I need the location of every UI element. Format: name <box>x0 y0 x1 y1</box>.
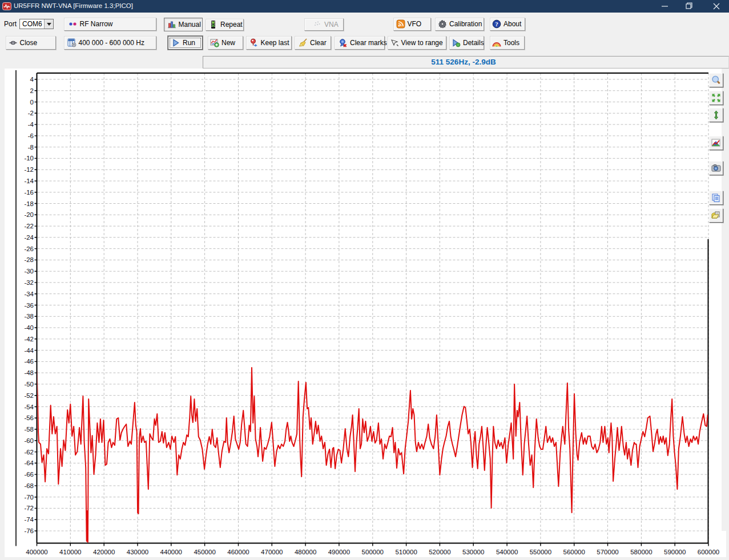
svg-text:-4: -4 <box>28 121 34 128</box>
svg-text:-24: -24 <box>24 234 34 241</box>
svg-text:410000: 410000 <box>59 549 81 555</box>
svg-text:4: 4 <box>30 76 34 83</box>
svg-text:490000: 490000 <box>328 549 350 555</box>
svg-text:570000: 570000 <box>597 549 618 555</box>
svg-text:500000: 500000 <box>362 549 384 555</box>
svg-text:520000: 520000 <box>429 549 450 555</box>
svg-text:-76: -76 <box>24 527 34 534</box>
svg-text:-54: -54 <box>24 404 34 410</box>
svg-text:-50: -50 <box>24 381 34 388</box>
svg-text:-10: -10 <box>24 155 34 162</box>
svg-text:-46: -46 <box>24 358 34 365</box>
svg-text:-22: -22 <box>24 223 34 229</box>
svg-text:560000: 560000 <box>563 549 585 555</box>
svg-text:460000: 460000 <box>227 549 249 555</box>
svg-text:-72: -72 <box>24 505 34 511</box>
svg-text:-2: -2 <box>28 110 34 116</box>
svg-text:-44: -44 <box>24 347 34 354</box>
svg-text:590000: 590000 <box>664 549 686 555</box>
svg-text:430000: 430000 <box>127 549 148 555</box>
svg-text:-42: -42 <box>24 336 34 343</box>
svg-text:-66: -66 <box>24 471 34 478</box>
svg-text:-6: -6 <box>28 132 34 139</box>
svg-text:-20: -20 <box>24 211 34 218</box>
svg-text:-74: -74 <box>24 516 34 523</box>
svg-text:-30: -30 <box>24 268 34 275</box>
svg-text:450000: 450000 <box>194 549 215 555</box>
svg-text:-52: -52 <box>24 392 34 399</box>
svg-text:470000: 470000 <box>261 549 283 555</box>
svg-text:-14: -14 <box>24 178 34 184</box>
svg-text:-56: -56 <box>24 414 34 421</box>
svg-text:440000: 440000 <box>160 549 182 555</box>
svg-text:-36: -36 <box>24 302 34 309</box>
svg-text:-26: -26 <box>24 245 34 252</box>
svg-text:-48: -48 <box>24 369 34 376</box>
svg-text:-62: -62 <box>24 449 34 456</box>
svg-text:510000: 510000 <box>395 549 417 555</box>
svg-text:420000: 420000 <box>93 549 115 555</box>
svg-text:-70: -70 <box>24 494 34 501</box>
svg-text:-16: -16 <box>24 189 34 196</box>
svg-text:-38: -38 <box>24 313 34 320</box>
svg-text:2: 2 <box>30 87 34 94</box>
svg-text:-60: -60 <box>24 437 34 444</box>
svg-text:580000: 580000 <box>630 549 652 555</box>
svg-text:-58: -58 <box>24 426 34 433</box>
svg-text:-18: -18 <box>24 200 34 207</box>
svg-text:-68: -68 <box>24 482 34 489</box>
svg-text:-64: -64 <box>24 460 34 466</box>
svg-text:600000: 600000 <box>698 549 719 555</box>
svg-text:540000: 540000 <box>496 549 518 555</box>
svg-text:400000: 400000 <box>26 549 47 555</box>
svg-text:-32: -32 <box>24 279 34 286</box>
svg-text:550000: 550000 <box>530 549 551 555</box>
svg-text:-12: -12 <box>24 166 34 173</box>
svg-text:-34: -34 <box>24 291 34 297</box>
svg-text:-8: -8 <box>28 144 34 151</box>
svg-text:480000: 480000 <box>295 549 316 555</box>
svg-text:0: 0 <box>30 99 34 106</box>
svg-text:-40: -40 <box>24 324 34 331</box>
svg-text:-28: -28 <box>24 256 34 263</box>
svg-text:?: ? <box>495 21 498 27</box>
svg-text:530000: 530000 <box>462 549 484 555</box>
